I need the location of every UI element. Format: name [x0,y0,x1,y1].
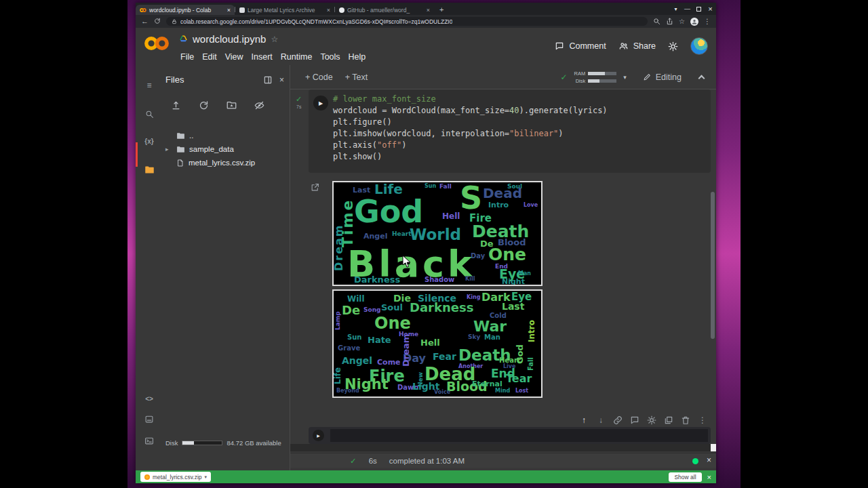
hidden-files-eye-icon[interactable] [254,100,264,110]
share-label: Share [633,41,656,51]
wordcloud-word: Kill [465,277,475,282]
expand-chevron-icon[interactable]: ▸ [165,146,169,152]
wordcloud-word: Fall [528,357,534,371]
menu-tools[interactable]: Tools [316,52,344,62]
star-notebook-icon[interactable]: ☆ [271,35,278,44]
empty-code-cell[interactable]: ▶ [309,427,711,444]
resource-monitor[interactable]: RAM Disk [574,70,617,84]
files-panel-icon[interactable] [142,163,156,176]
cell-exec-time: 7s [296,104,301,109]
reload-button[interactable] [154,18,161,26]
run-cell-button[interactable]: ▶ [313,96,328,110]
run-cell-button[interactable]: ▶ [313,430,324,441]
resource-dropdown-icon[interactable]: ▾ [623,74,627,81]
tab-title: GitHub - amueller/word_ [347,7,424,14]
person-icon [691,18,698,25]
copy-link-icon[interactable] [612,415,623,426]
back-button[interactable]: ← [141,18,149,25]
add-comment-icon[interactable] [629,415,640,426]
execution-status-bar: ✓ 6s completed at 1:03 AM × [290,453,716,468]
sidebar: ≡ {x} Files × .. [136,65,290,470]
close-downloads-bar-icon[interactable]: × [707,473,711,481]
file-row-parent[interactable]: .. [163,129,289,142]
tab-close-icon[interactable]: × [427,7,430,14]
menu-runtime[interactable]: Runtime [277,52,317,62]
code-cell[interactable]: ▶ # lower max_font_sizewordcloud = WordC… [309,89,711,173]
tab-lyrics-archive[interactable]: Large Metal Lyrics Archive × [235,5,334,15]
wordcloud-word: Darkness [410,302,473,314]
console-panel-icon[interactable] [142,412,156,426]
comment-button[interactable]: Comment [555,41,606,51]
empty-code-editor[interactable] [330,429,708,442]
wordcloud-word: God [515,344,524,364]
new-tab-button[interactable]: + [439,5,443,14]
wordcloud-word: Hell [420,338,440,347]
collapse-header-icon[interactable] [698,75,705,81]
code-editor[interactable]: # lower max_font_sizewordcloud = WordClo… [333,94,608,163]
output-popout-icon[interactable] [311,182,319,195]
bookmark-star-icon[interactable]: ☆ [679,18,685,25]
menu-edit[interactable]: Edit [198,52,221,62]
show-all-downloads-button[interactable]: Show all [669,472,701,482]
settings-gear-icon[interactable] [668,41,678,52]
colab-favicon [140,7,146,14]
terminal-icon[interactable] [142,434,156,447]
close-status-icon[interactable]: × [707,455,711,465]
search-icon[interactable] [653,18,660,25]
download-options-caret-icon[interactable]: ▾ [205,474,208,480]
tab-close-icon[interactable]: × [227,7,231,14]
menu-file[interactable]: File [176,52,198,62]
mirror-cell-icon[interactable] [663,415,674,426]
mount-drive-icon[interactable] [226,100,237,110]
file-row-sample-data[interactable]: ▸ sample_data [163,142,289,156]
horizontal-scrollbar[interactable] [290,444,711,451]
editing-mode-button[interactable]: Editing [643,73,682,82]
close-window-button[interactable]: × [705,3,716,15]
move-cell-up-icon[interactable]: ↑ [578,415,589,426]
share-button[interactable]: Share [618,41,656,51]
file-row-metal-lyrics[interactable]: metal_lyrics.csv.zip [163,156,289,169]
tab-search-icon[interactable]: ▾ [670,3,682,15]
wordcloud-word: Lost [515,388,528,394]
reload-icon [154,18,161,24]
add-text-button[interactable]: + Text [345,73,368,82]
colab-logo[interactable] [144,35,170,55]
downloaded-file-chip[interactable]: metal_lyrics.csv.zip ▾ [140,472,211,482]
wordcloud-word: De [342,304,360,317]
disk-label: Disk [576,78,586,84]
menu-view[interactable]: View [221,52,248,62]
url-field[interactable]: colab.research.google.com/drive/1UPDGvbQ… [166,17,648,26]
table-of-contents-icon[interactable]: ≡ [142,79,156,92]
profile-avatar[interactable] [690,18,698,26]
refresh-files-icon[interactable] [199,100,209,110]
tab-wordcloud[interactable]: wordcloud.ipynb - Colab × [136,5,235,15]
browser-menu-icon[interactable]: ⋮ [704,18,711,25]
user-avatar[interactable] [690,37,708,55]
share-icon[interactable] [666,18,673,25]
tab-github[interactable]: GitHub - amueller/word_ × [335,5,434,15]
delete-cell-icon[interactable] [680,415,691,426]
add-code-button[interactable]: + Code [305,73,333,82]
wordcloud-word: Sky [468,334,480,340]
menu-help[interactable]: Help [344,52,370,62]
cell-settings-gear-icon[interactable] [646,415,657,426]
site-favicon [239,7,245,13]
notebook-title[interactable]: wordcloud.ipynb [193,33,266,45]
code-snippets-icon[interactable]: <> [142,392,156,405]
search-panel-icon[interactable] [142,107,156,121]
toolbar-right: ✓ RAM Disk ▾ Editing [561,70,707,84]
minimize-button[interactable]: — [682,3,693,15]
menu-insert[interactable]: Insert [248,52,277,62]
maximize-button[interactable] [693,3,705,15]
upload-icon[interactable] [171,100,181,110]
more-cell-actions-icon[interactable]: ⋮ [697,415,708,426]
wordcloud-word: Life [334,367,342,384]
vertical-scrollbar[interactable] [711,192,715,339]
tab-close-icon[interactable]: × [327,7,330,14]
dock-panel-icon[interactable] [263,75,273,85]
file-label: metal_lyrics.csv.zip [189,159,255,167]
move-cell-down-icon[interactable]: ↓ [595,415,606,426]
close-panel-icon[interactable]: × [279,75,284,85]
code-line: wordcloud = WordCloud(max_font_size=40).… [333,105,608,117]
variables-panel-icon[interactable]: {x} [142,134,156,148]
